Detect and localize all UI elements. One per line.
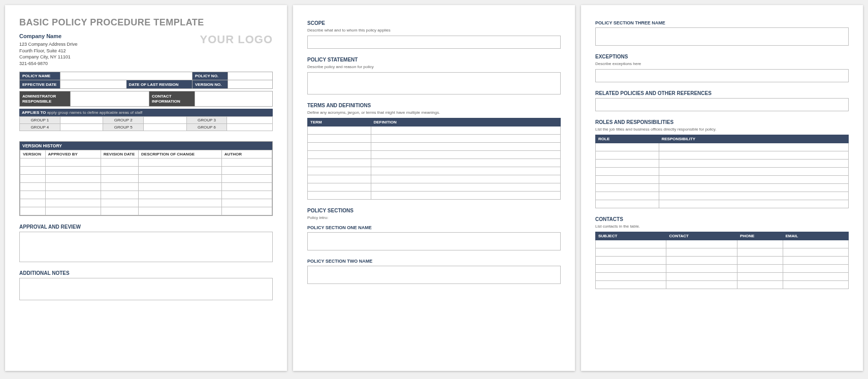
version-history-title: VERSION HISTORY [20, 142, 272, 150]
related-policies-header: RELATED POLICIES AND OTHER REFERENCES [595, 90, 849, 96]
applies-to-header: APPLIES TO apply group names to define a… [19, 109, 273, 116]
exceptions-sub: Describe exceptions here [595, 61, 849, 66]
group-6-field[interactable] [227, 124, 273, 131]
label-effective-date: EFFECTIVE DATE [20, 80, 60, 89]
table-row[interactable] [596, 248, 849, 257]
group-5-field[interactable] [144, 124, 187, 131]
terms-table: TERM DEFINITION [307, 118, 561, 200]
table-row[interactable] [596, 160, 849, 168]
policy-section-three-header: POLICY SECTION THREE NAME [595, 20, 849, 25]
page-3: POLICY SECTION THREE NAME EXCEPTIONS Des… [581, 5, 863, 371]
table-row[interactable] [596, 151, 849, 160]
version-history-block: VERSION HISTORY VERSION APPROVED BY REVI… [19, 141, 273, 216]
table-row[interactable] [308, 135, 561, 143]
group-4-field[interactable] [60, 124, 103, 131]
label-policy-no: POLICY NO. [192, 72, 228, 80]
table-row[interactable] [308, 159, 561, 167]
group-3: GROUP 3 [186, 117, 227, 124]
additional-notes-header: ADDITIONAL NOTES [19, 270, 273, 276]
col-approved-by: APPROVED BY [45, 150, 101, 159]
table-row[interactable] [20, 159, 272, 167]
field-version-no[interactable] [228, 80, 273, 89]
phone: 321-654-9870 [19, 60, 78, 67]
table-row[interactable] [596, 143, 849, 151]
table-row[interactable] [20, 183, 272, 191]
table-row[interactable] [20, 167, 272, 175]
roles-header: ROLES AND RESPONSIBILITIES [595, 119, 849, 125]
table-row[interactable] [596, 281, 849, 289]
col-phone: PHONE [737, 232, 783, 240]
policy-section-one-header: POLICY SECTION ONE NAME [307, 225, 561, 230]
label-policy-name: POLICY NAME [20, 72, 60, 80]
table-row[interactable] [308, 175, 561, 183]
policy-section-three-field[interactable] [595, 27, 849, 46]
scope-sub: Describe what and to whom this policy ap… [307, 28, 561, 33]
admin-contact-row: ADMINISTRATOR RESPONSIBLE CONTACT INFORM… [19, 91, 273, 107]
policy-sections-header: POLICY SECTIONS [307, 208, 561, 213]
label-admin-responsible: ADMINISTRATOR RESPONSIBLE [20, 91, 71, 107]
table-row[interactable] [308, 183, 561, 192]
table-row[interactable] [596, 200, 849, 208]
terms-header: TERMS AND DEFINITIONS [307, 103, 561, 108]
group-6: GROUP 6 [186, 124, 227, 131]
policy-statement-field[interactable] [307, 72, 561, 94]
roles-sub: List the job titles and business offices… [595, 127, 849, 132]
scope-field[interactable] [307, 36, 561, 49]
company-name: Company Name [19, 33, 78, 39]
contacts-table: SUBJECT CONTACT PHONE EMAIL [595, 232, 849, 289]
approval-review-field[interactable] [19, 232, 273, 262]
contacts-header: CONTACTS [595, 216, 849, 222]
roles-table: ROLE RESPONSIBILITY [595, 135, 849, 208]
table-row[interactable] [20, 207, 272, 215]
address-line-3: Company City, NY 11101 [19, 54, 78, 60]
company-block: Company Name 123 Company Address Drive F… [19, 33, 273, 67]
group-1-field[interactable] [60, 117, 103, 124]
group-3-field[interactable] [227, 117, 273, 124]
group-1: GROUP 1 [20, 117, 60, 124]
table-row[interactable] [596, 265, 849, 273]
table-row[interactable] [596, 192, 849, 200]
additional-notes-field[interactable] [19, 278, 273, 300]
field-admin-responsible[interactable] [71, 91, 149, 107]
table-row[interactable] [20, 175, 272, 183]
exceptions-field[interactable] [595, 69, 849, 82]
policy-section-two-field[interactable] [307, 266, 561, 284]
contacts-sub: List contacts in the table. [595, 224, 849, 229]
document-title: BASIC POLICY PROCEDURE TEMPLATE [19, 17, 273, 28]
col-revision-date: REVISION DATE [101, 150, 138, 159]
col-description: DESCRIPTION OF CHANGE [139, 150, 222, 159]
table-row[interactable] [308, 127, 561, 135]
company-details: Company Name 123 Company Address Drive F… [19, 33, 78, 67]
table-row[interactable] [308, 151, 561, 159]
table-row[interactable] [308, 192, 561, 200]
applies-to-sub: apply group names to define applicable a… [47, 110, 143, 115]
col-author: AUTHOR [221, 150, 272, 159]
table-row[interactable] [596, 273, 849, 281]
field-policy-name[interactable] [60, 72, 192, 80]
table-row[interactable] [596, 168, 849, 176]
col-version: VERSION [20, 150, 46, 159]
table-row[interactable] [308, 167, 561, 175]
related-policies-field[interactable] [595, 98, 849, 111]
label-date-last-revision: DATE OF LAST REVISION [126, 80, 192, 88]
field-policy-no[interactable] [228, 72, 273, 80]
group-2-field[interactable] [144, 117, 187, 124]
policy-intro-label: Policy intro: [307, 215, 561, 220]
table-row[interactable] [596, 176, 849, 184]
group-2: GROUP 2 [103, 117, 144, 124]
field-effective-date[interactable] [60, 80, 126, 88]
col-email: EMAIL [783, 232, 849, 240]
table-row[interactable] [20, 191, 272, 199]
policy-meta-row-1: POLICY NAME POLICY NO. EFFECTIVE DATE DA… [19, 72, 273, 89]
page-2: SCOPE Describe what and to whom this pol… [293, 5, 575, 371]
table-row[interactable] [596, 257, 849, 265]
table-row[interactable] [596, 240, 849, 248]
group-5: GROUP 5 [103, 124, 144, 131]
label-contact-info: CONTACT INFORMATION [149, 91, 195, 107]
address-line-2: Fourth Floor, Suite 412 [19, 48, 78, 54]
field-contact-info[interactable] [195, 91, 273, 107]
policy-section-one-field[interactable] [307, 232, 561, 250]
table-row[interactable] [20, 199, 272, 207]
table-row[interactable] [596, 184, 849, 192]
table-row[interactable] [308, 143, 561, 151]
